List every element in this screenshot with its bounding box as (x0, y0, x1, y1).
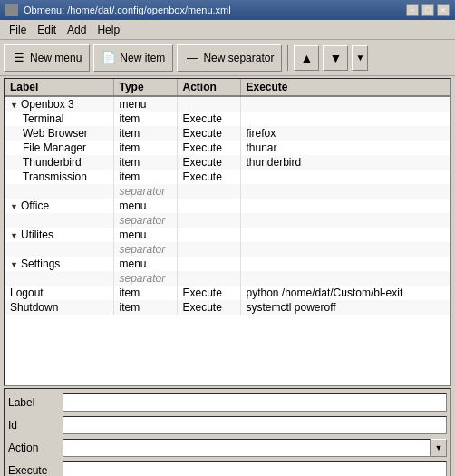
table-row[interactable]: File ManageritemExecutethunar (5, 141, 450, 155)
bottom-panel: Label Id Action ▼ Execute (4, 388, 451, 476)
table-cell-action (177, 228, 240, 242)
table-cell-type: separator (113, 242, 177, 257)
table-cell-type: item (113, 155, 177, 170)
table-row[interactable]: ThunderbirditemExecutethunderbird (5, 155, 450, 170)
table-cell-label (5, 271, 113, 286)
table-row[interactable]: separator (5, 271, 450, 286)
table-cell-action: Execute (177, 155, 240, 170)
close-button[interactable]: × (437, 4, 450, 16)
new-menu-button[interactable]: ☰ New menu (4, 44, 90, 72)
table-cell-action: Execute (177, 112, 240, 126)
expand-arrow-icon[interactable]: ▼ (10, 202, 21, 211)
move-down-button[interactable]: ▼ (323, 45, 348, 71)
table-row[interactable]: separator (5, 184, 450, 199)
action-field-label: Action (8, 442, 63, 454)
table-cell-execute (240, 213, 450, 228)
table-row[interactable]: ▼ Openbox 3menu (5, 96, 450, 112)
table-row[interactable]: separator (5, 213, 450, 228)
table-cell-type: menu (113, 257, 177, 271)
table-cell-execute (240, 112, 450, 126)
id-field-label: Id (8, 419, 63, 432)
window-buttons: − □ × (406, 4, 450, 16)
titlebar: Obmenu: /home/dat/.config/openbox/menu.x… (0, 0, 455, 20)
action-input[interactable] (63, 439, 431, 457)
table-cell-label: File Manager (5, 141, 113, 155)
action-input-container: ▼ (63, 439, 447, 457)
table-cell-action: Execute (177, 286, 240, 300)
new-separator-icon: — (185, 51, 199, 65)
table-cell-execute: thunar (240, 141, 450, 155)
new-menu-icon: ☰ (12, 51, 26, 65)
table-cell-execute (240, 96, 450, 112)
menu-edit[interactable]: Edit (32, 22, 62, 38)
expand-arrow-icon[interactable]: ▼ (10, 101, 21, 110)
col-header-label: Label (5, 79, 113, 96)
expand-arrow-icon[interactable]: ▼ (10, 231, 21, 240)
table-cell-execute: firefox (240, 126, 450, 141)
table-cell-label: Shutdown (5, 300, 113, 315)
table-cell-label: ▼ Utilites (5, 228, 113, 242)
table-body: ▼ Openbox 3menuTerminalitemExecuteWeb Br… (5, 96, 450, 315)
table-cell-type: separator (113, 271, 177, 286)
table-cell-execute (240, 271, 450, 286)
table-row[interactable]: separator (5, 242, 450, 257)
table-cell-action (177, 96, 240, 112)
table-cell-execute (240, 242, 450, 257)
menu-file[interactable]: File (4, 22, 32, 38)
table-row[interactable]: TerminalitemExecute (5, 112, 450, 126)
table-row[interactable]: TransmissionitemExecute (5, 170, 450, 184)
table-row[interactable]: ▼ Settingsmenu (5, 257, 450, 271)
table-row[interactable]: ▼ Utilitesmenu (5, 228, 450, 242)
table-row[interactable]: ShutdownitemExecutesystemctl poweroff (5, 300, 450, 315)
minimize-button[interactable]: − (406, 4, 419, 16)
table-cell-type: item (113, 170, 177, 184)
table-cell-type: menu (113, 228, 177, 242)
new-item-label: New item (120, 52, 165, 64)
dropdown-button[interactable]: ▼ (352, 45, 368, 71)
new-separator-button[interactable]: — New separator (177, 44, 282, 72)
id-row: Id (8, 415, 447, 435)
main-table-area: Label Type Action Execute ▼ Openbox 3men… (4, 78, 451, 386)
table-cell-execute (240, 184, 450, 199)
table-cell-execute (240, 228, 450, 242)
app-icon (5, 4, 18, 16)
table-row[interactable]: LogoutitemExecutepython /home/dat/Custom… (5, 286, 450, 300)
move-up-button[interactable]: ▲ (294, 45, 319, 71)
menu-help[interactable]: Help (92, 22, 125, 38)
col-header-type: Type (113, 79, 177, 96)
menu-add[interactable]: Add (62, 22, 92, 38)
new-item-button[interactable]: 📄 New item (93, 44, 173, 72)
table-cell-label: Transmission (5, 170, 113, 184)
table-cell-action (177, 271, 240, 286)
new-item-icon: 📄 (102, 51, 116, 65)
execute-input[interactable] (63, 461, 447, 476)
table-cell-type: item (113, 141, 177, 155)
table-cell-action (177, 242, 240, 257)
label-input[interactable] (63, 393, 447, 412)
new-menu-label: New menu (30, 52, 82, 64)
id-input[interactable] (63, 416, 447, 434)
table-cell-execute: systemctl poweroff (240, 300, 450, 315)
table-cell-label: Thunderbird (5, 155, 113, 170)
table-cell-label: Logout (5, 286, 113, 300)
table-cell-type: separator (113, 184, 177, 199)
table-cell-type: item (113, 300, 177, 315)
table-row[interactable]: Web BrowseritemExecutefirefox (5, 126, 450, 141)
table-cell-type: menu (113, 199, 177, 213)
table-cell-execute: python /home/dat/Custom/bl-exit (240, 286, 450, 300)
expand-arrow-icon[interactable]: ▼ (10, 260, 21, 269)
toolbar: ☰ New menu 📄 New item — New separator ▲ … (0, 40, 455, 76)
table-cell-label: ▼ Openbox 3 (5, 96, 113, 112)
action-dropdown-button[interactable]: ▼ (431, 439, 447, 457)
table-cell-label (5, 184, 113, 199)
execute-row: Execute (8, 461, 447, 476)
table-row[interactable]: ▼ Officemenu (5, 199, 450, 213)
table-cell-execute (240, 257, 450, 271)
table-cell-execute (240, 199, 450, 213)
table-cell-action (177, 199, 240, 213)
col-header-action: Action (177, 79, 240, 96)
maximize-button[interactable]: □ (421, 4, 434, 16)
table-cell-type: item (113, 126, 177, 141)
label-field-label: Label (8, 396, 63, 409)
new-separator-label: New separator (203, 52, 274, 64)
